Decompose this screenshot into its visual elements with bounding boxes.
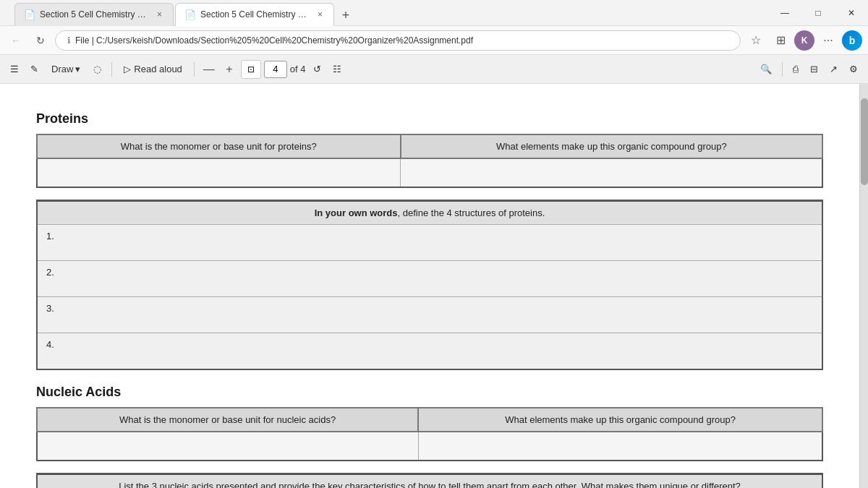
settings-button[interactable]: ⚙: [845, 59, 862, 80]
proteins-item-4[interactable]: 4.: [37, 333, 822, 369]
scrollbar[interactable]: [859, 84, 868, 488]
read-aloud-button[interactable]: ▷ Read aloud: [118, 59, 188, 80]
draw-dropdown-icon: ▾: [75, 64, 80, 74]
nucleic-header-col2: What elements make up this organic compo…: [418, 408, 822, 432]
nucleic-table: What is the monomer or base unit for nuc…: [36, 407, 823, 461]
share-button[interactable]: ↗: [825, 59, 842, 80]
pdf-toolbar: ☰ ✎ Draw ▾ ◌ ▷ Read aloud — + ⊡ 4 of 4 ↺…: [0, 55, 868, 84]
proteins-header-col1: What is the monomer or base unit for pro…: [37, 134, 401, 158]
menu-button[interactable]: ☰: [6, 59, 23, 80]
nucleic-answer-col1[interactable]: [37, 432, 418, 461]
minimize-button[interactable]: —: [768, 0, 801, 26]
separator-3: [782, 62, 783, 77]
proteins-table: What is the monomer or base unit for pro…: [36, 134, 823, 188]
page-of-label: of 4: [290, 64, 306, 74]
proteins-item-4-row: 4.: [37, 333, 822, 369]
proteins-item-3-row: 3.: [37, 297, 822, 333]
address-field[interactable]: ℹ File | C:/Users/keish/Downloads/Sectio…: [55, 30, 741, 51]
proteins-item-1-row: 1.: [37, 225, 822, 261]
read-aloud-label: Read aloud: [134, 64, 182, 74]
nucleic-answer-col2[interactable]: [418, 432, 822, 461]
address-info-icon: ℹ: [67, 35, 71, 46]
read-aloud-icon: ▷: [124, 64, 131, 74]
scrollbar-thumb[interactable]: [861, 98, 868, 185]
tab2-title: Section 5 Cell Chemistry Organiz: [200, 9, 308, 20]
page-controls: — + ⊡ 4 of 4 ↺ ☷: [200, 59, 346, 80]
back-button[interactable]: ←: [6, 30, 26, 51]
nucleic-header-row: What is the monomer or base unit for nuc…: [37, 408, 822, 432]
refresh-button[interactable]: ↻: [30, 30, 51, 51]
proteins-title: Proteins: [36, 111, 823, 127]
separator-2: [194, 62, 195, 77]
nucleic-header-col1: What is the monomer or base unit for nuc…: [37, 408, 418, 432]
proteins-answer-row: [37, 158, 822, 187]
edge-logo[interactable]: b: [842, 30, 862, 51]
proteins-instruction-cell: In your own words, define the 4 structur…: [37, 201, 822, 225]
print-button[interactable]: ⎙: [788, 59, 803, 80]
highlight-button[interactable]: ✎: [26, 59, 43, 80]
save-button[interactable]: ⊟: [806, 59, 822, 80]
tab1-title: Section 5 Cell Chemistry Organiz: [40, 9, 148, 20]
titlebar: 📄 Section 5 Cell Chemistry Organiz × 📄 S…: [0, 0, 868, 26]
draw-label: Draw: [51, 64, 73, 74]
zoom-out-button[interactable]: —: [200, 61, 218, 78]
address-url: File | C:/Users/keish/Downloads/Section%…: [75, 35, 473, 46]
addressbar: ← ↻ ℹ File | C:/Users/keish/Downloads/Se…: [0, 26, 868, 55]
proteins-instruction-row: In your own words, define the 4 structur…: [37, 201, 822, 225]
proteins-header-col2: What elements make up this organic compo…: [401, 134, 822, 158]
separator-1: [111, 62, 112, 77]
maximize-button[interactable]: □: [801, 0, 835, 26]
proteins-header-row: What is the monomer or base unit for pro…: [37, 134, 822, 158]
nucleic-title: Nucleic Acids: [36, 385, 823, 400]
new-tab-button[interactable]: +: [336, 6, 356, 26]
tab-2[interactable]: 📄 Section 5 Cell Chemistry Organiz ×: [175, 3, 334, 26]
main-content: Proteins What is the monomer or base uni…: [0, 84, 868, 488]
search-button[interactable]: 🔍: [756, 59, 776, 80]
proteins-item-2[interactable]: 2.: [37, 261, 822, 297]
proteins-item-2-row: 2.: [37, 261, 822, 297]
pdf-page: Proteins What is the monomer or base uni…: [0, 84, 859, 488]
nucleic-answer-row: [37, 432, 822, 461]
pdf-icon-tab2: 📄: [184, 9, 196, 20]
pdf-icon-tab1: 📄: [24, 9, 35, 20]
notes-button[interactable]: ☷: [328, 59, 346, 80]
collections-button[interactable]: ⊞: [770, 30, 791, 51]
proteins-item-1[interactable]: 1.: [37, 225, 822, 261]
close-button[interactable]: ✕: [835, 0, 868, 26]
profile-avatar[interactable]: K: [794, 30, 814, 51]
more-button[interactable]: ···: [817, 30, 839, 51]
nucleic-list-table: List the 3 nucleic acids presented and p…: [36, 473, 823, 489]
draw-button[interactable]: Draw ▾: [46, 59, 86, 80]
nucleic-instruction-cell: List the 3 nucleic acids presented and p…: [37, 474, 822, 488]
addressbar-toolbar-right: ☆ ⊞ K ··· b: [745, 30, 862, 51]
star-button[interactable]: ☆: [745, 30, 767, 51]
fit-page-button[interactable]: ⊡: [241, 60, 261, 79]
proteins-item-3[interactable]: 3.: [37, 297, 822, 333]
nucleic-instruction-row: List the 3 nucleic acids presented and p…: [37, 474, 822, 488]
proteins-instruction-text: , define the 4 structures of proteins.: [398, 207, 545, 218]
proteins-instruction-bold: In your own words: [315, 207, 398, 218]
pdf-toolbar-right: 🔍 ⎙ ⊟ ↗ ⚙: [756, 59, 862, 80]
rotate-button[interactable]: ↺: [309, 59, 326, 80]
proteins-answer-col1[interactable]: [37, 158, 401, 187]
window-controls: — □ ✕: [768, 0, 868, 26]
page-number[interactable]: 4: [264, 61, 287, 78]
tab-1[interactable]: 📄 Section 5 Cell Chemistry Organiz ×: [14, 3, 174, 26]
tabs-area: 📄 Section 5 Cell Chemistry Organiz × 📄 S…: [12, 0, 768, 26]
tab1-close-button[interactable]: ×: [155, 9, 164, 20]
erase-button[interactable]: ◌: [89, 59, 106, 80]
zoom-in-button[interactable]: +: [221, 61, 238, 78]
proteins-structures-table: In your own words, define the 4 structur…: [36, 200, 823, 370]
proteins-answer-col2[interactable]: [401, 158, 822, 187]
tab2-close-button[interactable]: ×: [315, 9, 325, 20]
